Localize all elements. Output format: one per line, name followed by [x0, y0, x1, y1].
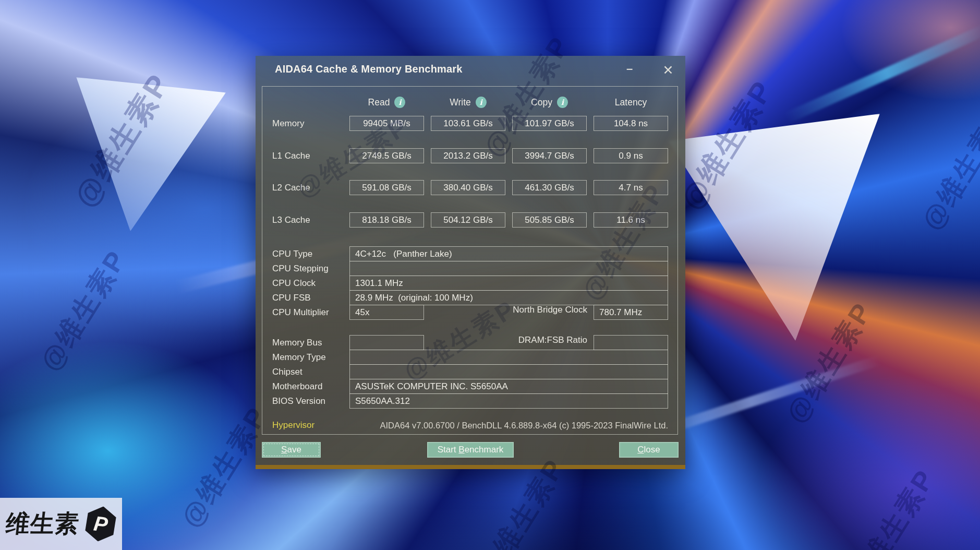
cpu-stepping-field — [349, 261, 668, 276]
bios-version-label: BIOS Version — [262, 396, 349, 406]
l1-latency-value: 0.9 ns — [594, 148, 668, 163]
window-title: AIDA64 Cache & Memory Benchmark — [275, 63, 463, 75]
motherboard-value: ASUSTeK COMPUTER INC. S5650AA — [350, 381, 508, 392]
l3-read-value: 818.18 GB/s — [349, 212, 424, 228]
l1-copy-value: 3994.7 GB/s — [512, 148, 587, 163]
dram-fsb-ratio-label: DRAM:FSB Ratio — [424, 335, 594, 350]
motherboard-field: ASUSTeK COMPUTER INC. S5650AA — [349, 379, 668, 394]
motherboard-label: Motherboard — [262, 381, 349, 392]
cpu-fsb-row: CPU FSB 28.9 MHz (original: 100 MHz) — [262, 290, 677, 305]
column-header-read: Read i — [349, 96, 424, 109]
start-benchmark-button[interactable]: Start Benchmark — [427, 442, 514, 458]
aida64-benchmark-window: AIDA64 Cache & Memory Benchmark – ✕ Read… — [256, 56, 685, 469]
hypervisor-label: Hypervisor — [262, 420, 349, 431]
memory-bus-field — [349, 335, 424, 350]
l3-copy-value: 505.85 GB/s — [512, 212, 587, 228]
info-icon[interactable]: i — [476, 97, 487, 108]
cpu-multiplier-value: 45x — [350, 307, 369, 318]
table-row-l1-cache: L1 Cache 2749.5 GB/s 2013.2 GB/s 3994.7 … — [262, 148, 677, 163]
l3-write-value: 504.12 GB/s — [431, 212, 505, 228]
l3-latency-value: 11.6 ns — [594, 212, 668, 228]
bios-version-value: S5650AA.312 — [350, 396, 410, 406]
table-row-memory: Memory 99405 MB/s 103.61 GB/s 101.97 GB/… — [262, 116, 677, 131]
cpu-clock-label: CPU Clock — [262, 278, 349, 289]
l1-write-value: 2013.2 GB/s — [431, 148, 505, 163]
cpu-type-value: 4C+12c (Panther Lake) — [350, 249, 452, 259]
memory-type-row: Memory Type — [262, 350, 677, 365]
l2-write-value: 380.40 GB/s — [431, 180, 505, 195]
dialog-titlebar: AIDA64 Cache & Memory Benchmark – ✕ — [256, 56, 685, 83]
cpu-type-label: CPU Type — [262, 249, 349, 259]
column-header-copy: Copy i — [512, 96, 587, 109]
row-label: L2 Cache — [262, 183, 349, 193]
column-header-latency: Latency — [594, 96, 668, 109]
cpu-stepping-label: CPU Stepping — [262, 264, 349, 274]
column-header-row: Read i Write i Copy i Latency — [349, 96, 668, 109]
bios-version-field: S5650AA.312 — [349, 393, 668, 409]
memory-copy-value: 101.97 GB/s — [512, 116, 587, 131]
start-benchmark-label: enchmark — [465, 445, 504, 455]
start-benchmark-label: Start — [438, 445, 459, 455]
cpu-info-section: CPU Type 4C+12c (Panther Lake) CPU Stepp… — [262, 246, 677, 320]
logo-badge-letter: P — [92, 511, 109, 536]
memory-bus-row: Memory Bus DRAM:FSB Ratio — [262, 335, 677, 350]
dram-fsb-ratio-field — [594, 335, 668, 350]
close-button[interactable]: Close — [619, 442, 679, 458]
close-label-key: C — [637, 445, 644, 455]
cpu-clock-value: 1301.1 MHz — [350, 278, 403, 289]
row-label: L3 Cache — [262, 215, 349, 225]
l2-copy-value: 461.30 GB/s — [512, 180, 587, 195]
write-header-label: Write — [450, 97, 471, 108]
bios-version-row: BIOS Version S5650AA.312 — [262, 393, 677, 409]
hypervisor-row: Hypervisor AIDA64 v7.00.6700 / BenchDLL … — [262, 420, 677, 431]
cpu-multiplier-field: 45x — [349, 305, 424, 320]
glass-triangle-right — [669, 114, 880, 341]
cpu-multiplier-label: CPU Multiplier — [262, 307, 349, 318]
logo-text: 维生素 — [4, 508, 81, 540]
cpu-type-row: CPU Type 4C+12c (Panther Lake) — [262, 246, 677, 261]
cpu-stepping-row: CPU Stepping — [262, 261, 677, 276]
l2-read-value: 591.08 GB/s — [349, 180, 424, 195]
north-bridge-clock-value: 780.7 MHz — [594, 307, 642, 318]
watermark-logo: 维生素 P — [0, 498, 122, 550]
close-label: lose — [644, 445, 660, 455]
cpu-clock-row: CPU Clock 1301.1 MHz — [262, 276, 677, 291]
benchmark-panel: Read i Write i Copy i Latency Memory 994… — [262, 86, 678, 435]
north-bridge-clock-label: North Bridge Clock — [424, 305, 594, 320]
cpu-type-field: 4C+12c (Panther Lake) — [349, 246, 668, 261]
memory-type-field — [349, 350, 668, 365]
minimize-icon[interactable]: – — [622, 64, 637, 77]
cpu-fsb-field: 28.9 MHz (original: 100 MHz) — [349, 290, 668, 305]
button-row: Save Start Benchmark Close — [262, 442, 679, 458]
memory-bus-label: Memory Bus — [262, 338, 349, 348]
row-label: Memory — [262, 118, 349, 129]
motherboard-row: Motherboard ASUSTeK COMPUTER INC. S5650A… — [262, 379, 677, 394]
chipset-row: Chipset — [262, 364, 677, 379]
chipset-label: Chipset — [262, 367, 349, 377]
cpu-fsb-value: 28.9 MHz (original: 100 MHz) — [350, 293, 473, 303]
read-header-label: Read — [368, 97, 390, 108]
memory-write-value: 103.61 GB/s — [431, 116, 505, 131]
light-streak — [784, 24, 980, 124]
table-row-l3-cache: L3 Cache 818.18 GB/s 504.12 GB/s 505.85 … — [262, 212, 677, 228]
window-bottom-accent — [256, 465, 685, 469]
system-info-section: Memory Bus DRAM:FSB Ratio Memory Type Ch… — [262, 335, 677, 409]
table-row-l2-cache: L2 Cache 591.08 GB/s 380.40 GB/s 461.30 … — [262, 180, 677, 195]
memory-read-value: 99405 MB/s — [349, 116, 424, 131]
memory-latency-value: 104.8 ns — [594, 116, 668, 131]
version-text: AIDA64 v7.00.6700 / BenchDLL 4.6.889.8-x… — [349, 421, 668, 431]
copy-header-label: Copy — [531, 97, 552, 108]
memory-type-label: Memory Type — [262, 352, 349, 363]
cpu-multiplier-row: CPU Multiplier 45x North Bridge Clock 78… — [262, 305, 677, 320]
latency-header-label: Latency — [615, 97, 647, 108]
info-icon[interactable]: i — [394, 97, 405, 108]
save-button[interactable]: Save — [262, 442, 321, 458]
cpu-clock-field: 1301.1 MHz — [349, 276, 668, 291]
glass-triangle-left — [67, 77, 226, 231]
start-benchmark-label-key: B — [458, 445, 464, 455]
l1-read-value: 2749.5 GB/s — [349, 148, 424, 163]
info-icon[interactable]: i — [557, 97, 568, 108]
close-icon[interactable]: ✕ — [659, 62, 677, 78]
l2-latency-value: 4.7 ns — [594, 180, 668, 195]
logo-hexagon-badge: P — [82, 504, 119, 544]
